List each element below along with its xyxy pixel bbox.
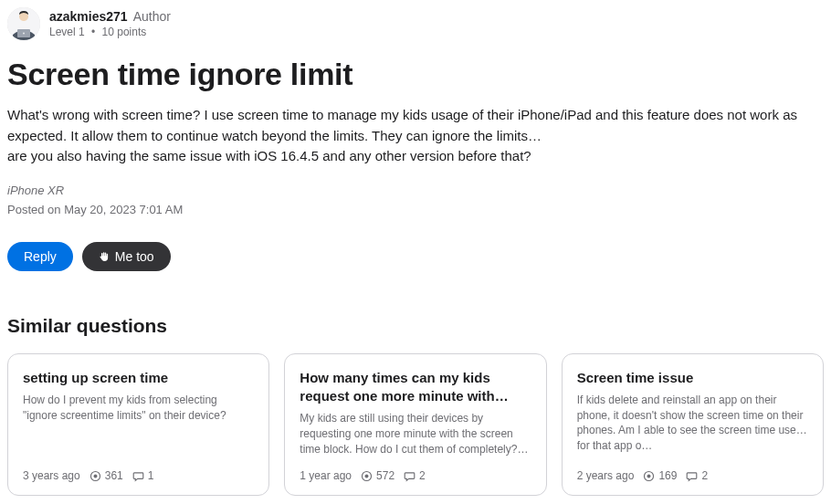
similar-questions-heading: Similar questions (7, 315, 824, 337)
post-body-line1: What's wrong with screen time? I use scr… (7, 107, 797, 143)
avatar[interactable] (7, 7, 40, 40)
card-title: setting up screen time (23, 369, 254, 387)
card-snippet: My kids are still using their devices by… (300, 411, 531, 457)
card-replies: 1 (132, 469, 154, 482)
card-title: Screen time issue (577, 369, 808, 387)
card-views: 572 (361, 469, 394, 482)
author-name-link[interactable]: azakmies271 (49, 9, 128, 24)
posted-date: Posted on May 20, 2023 7:01 AM (7, 203, 824, 216)
device-label: iPhone XR (7, 184, 824, 197)
card-snippet: If kids delete and reinstall an app on t… (577, 393, 808, 457)
me-too-label: Me too (115, 249, 154, 264)
author-badge: Author (133, 9, 171, 24)
post-body-line2: are you also having the same issue with … (7, 148, 531, 163)
eye-icon (643, 470, 655, 482)
card-snippet: How do I prevent my kids from selecting … (23, 393, 254, 457)
post-body: What's wrong with screen time? I use scr… (7, 105, 811, 167)
comment-icon (132, 470, 144, 482)
me-too-button[interactable]: Me too (82, 242, 171, 271)
svg-point-4 (93, 474, 97, 478)
card-age: 3 years ago (23, 469, 80, 482)
card-meta: 3 years ago3611 (23, 469, 254, 482)
card-age: 1 year ago (300, 469, 352, 482)
similar-question-card[interactable]: setting up screen timeHow do I prevent m… (7, 353, 269, 497)
eye-icon (361, 470, 373, 482)
card-age: 2 years ago (577, 469, 635, 482)
card-views: 361 (89, 469, 123, 482)
card-replies: 2 (404, 469, 426, 482)
similar-question-card[interactable]: How many times can my kids request one m… (284, 353, 546, 497)
similar-question-card[interactable]: Screen time issueIf kids delete and rein… (562, 353, 824, 497)
eye-icon (89, 470, 101, 482)
hand-icon (99, 251, 110, 262)
separator-dot: • (91, 26, 95, 38)
svg-point-2 (23, 33, 25, 35)
comment-icon (404, 470, 416, 482)
card-replies: 2 (686, 469, 708, 482)
reply-button[interactable]: Reply (7, 242, 73, 271)
comment-icon (686, 470, 698, 482)
card-title: How many times can my kids request one m… (300, 369, 531, 406)
svg-point-6 (365, 474, 369, 478)
svg-point-8 (647, 474, 651, 478)
author-points: 10 points (102, 26, 147, 38)
card-meta: 1 year ago5722 (300, 469, 531, 482)
card-views: 169 (643, 469, 677, 482)
author-level: Level 1 (49, 26, 85, 38)
author-meta: azakmies271 Author Level 1 • 10 points (49, 9, 171, 38)
card-meta: 2 years ago1692 (577, 469, 808, 482)
page-title: Screen time ignore limit (7, 57, 824, 92)
